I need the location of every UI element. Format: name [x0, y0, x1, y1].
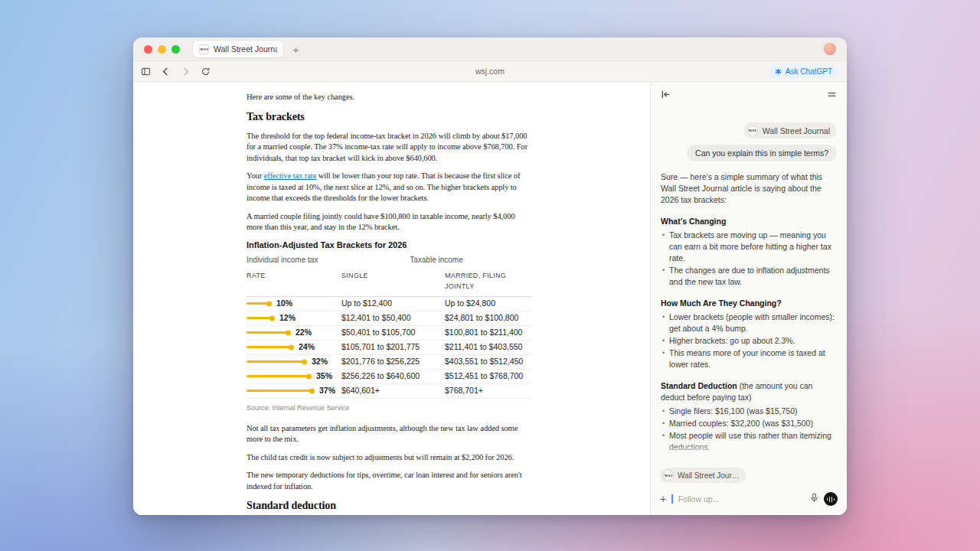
article-paragraph: The new temporary deductions for tips, o… — [247, 470, 531, 492]
browser-toolbar: wsj.com Ask ChatGPT — [133, 61, 847, 82]
table-row: 12% $12,401 to $50,400 $24,801 to $100,8… — [247, 311, 531, 326]
rate-bar — [247, 360, 305, 363]
profile-avatar[interactable] — [824, 43, 836, 55]
column-header-rate: RATE — [247, 270, 341, 292]
bullet-item: Married couples: $32,200 (was $31,500) — [661, 418, 837, 429]
assistant-intro: Sure — here’s a simple summary of what t… — [661, 171, 837, 206]
desktop-background: WSJ Wall Street Journal + — [0, 0, 980, 551]
article-heading-tax-brackets: Tax brackets — [247, 110, 531, 123]
chatgpt-logo-icon — [775, 68, 782, 75]
followup-input[interactable] — [678, 494, 805, 504]
married-range: $768,701+ — [445, 385, 531, 396]
rate-bar — [247, 390, 312, 392]
article-paragraph: A married couple filing jointly could ha… — [247, 211, 531, 233]
single-range: $201,776 to $256,225 — [341, 356, 445, 367]
bullet-item: The changes are due to inflation adjustm… — [661, 265, 837, 288]
column-header-single: SINGLE — [341, 270, 445, 292]
single-range: $105,701 to $201,775 — [341, 341, 445, 353]
forward-button-icon[interactable] — [181, 67, 191, 77]
chart-subtitle-row: Individual income tax Taxable income — [247, 255, 531, 265]
rate-bar — [247, 346, 292, 348]
title-bar: WSJ Wall Street Journal + — [133, 37, 847, 61]
chart-subtitle-right: Taxable income — [341, 255, 531, 266]
section-heading: How Much Are They Changing? — [661, 298, 837, 309]
article-paragraph: Not all tax parameters get inflation adj… — [247, 423, 531, 445]
effective-tax-rate-link[interactable]: effective tax rate — [264, 171, 317, 180]
married-range: $24,801 to $100,800 — [445, 312, 531, 324]
rate-label: 35% — [316, 370, 332, 382]
voice-mode-button[interactable] — [824, 492, 838, 506]
table-row: 32% $201,776 to $256,225 $403,551 to $51… — [247, 355, 531, 370]
table-row: 35% $256,226 to $640,600 $512,451 to $76… — [247, 370, 531, 384]
single-range: $256,226 to $640,600 — [341, 370, 445, 382]
rate-bar — [247, 317, 273, 319]
browser-window: WSJ Wall Street Journal + — [133, 37, 847, 515]
minimize-button[interactable] — [158, 45, 166, 54]
reload-button-icon[interactable] — [201, 67, 211, 77]
zoom-button[interactable] — [172, 45, 180, 54]
rate-bar — [247, 375, 309, 377]
article-paragraph: The child tax credit is now subject to a… — [247, 452, 531, 464]
bullet-item: Most people will use this rather than it… — [661, 430, 837, 453]
column-header-married: MARRIED, FILING JOINTLY — [445, 270, 531, 292]
ask-chatgpt-button[interactable]: Ask ChatGPT — [768, 64, 839, 78]
rate-label: 24% — [299, 341, 315, 353]
rate-bar — [247, 302, 270, 305]
table-row: 37% $640,601+ $768,701+ — [247, 384, 531, 399]
married-range: $512,451 to $768,700 — [445, 370, 531, 382]
table-row: 10% Up to $12,400 Up to $24,800 — [247, 297, 531, 311]
rate-bar — [247, 331, 289, 334]
window-controls — [144, 45, 180, 54]
assistant-section: Standard Deduction (the amount you can d… — [661, 380, 837, 453]
chart-subtitle-left: Individual income tax — [247, 256, 318, 264]
add-attachment-button[interactable]: + — [660, 494, 666, 504]
married-range: Up to $24,800 — [445, 298, 531, 309]
back-button-icon[interactable] — [161, 67, 171, 77]
context-chip[interactable]: WSJ Wall Street Journal — [743, 122, 837, 139]
tax-brackets-chart: Inflation-Adjusted Tax Brackets for 2026… — [247, 240, 531, 412]
chart-source: Source: Internal Revenue Service — [247, 404, 531, 412]
married-range: $403,551 to $512,450 — [445, 356, 531, 367]
chat-options-icon[interactable] — [827, 89, 837, 103]
collapse-sidebar-icon[interactable] — [661, 89, 671, 103]
married-range: $100,801 to $211,400 — [445, 327, 531, 338]
rate-label: 12% — [279, 312, 296, 324]
assistant-message: Sure — here’s a simple summary of what t… — [661, 171, 837, 463]
single-range: Up to $12,400 — [341, 298, 445, 309]
bullet-item: Higher brackets: go up about 2.3%. — [661, 335, 837, 347]
article-pane: Here are some of the key changes. Tax br… — [133, 82, 650, 515]
article-paragraph: Here are some of the key changes. — [247, 92, 531, 103]
window-content: Here are some of the key changes. Tax br… — [133, 82, 847, 515]
wsj-badge-icon: WSJ — [747, 126, 758, 136]
address-bar[interactable]: wsj.com — [475, 67, 505, 76]
single-range: $12,401 to $50,400 — [341, 312, 445, 324]
rate-label: 22% — [296, 327, 312, 338]
tab-wall-street-journal[interactable]: WSJ Wall Street Journal — [193, 41, 283, 57]
wsj-favicon-icon: WSJ — [199, 44, 209, 54]
chart-title: Inflation-Adjusted Tax Brackets for 2026 — [247, 240, 531, 250]
close-button[interactable] — [144, 45, 152, 54]
bullet-item: Single filers: $16,100 (was $15,750) — [661, 406, 837, 417]
rate-label: 10% — [276, 298, 292, 309]
single-range: $50,401 to $105,700 — [341, 327, 445, 338]
microphone-icon[interactable] — [810, 492, 818, 506]
table-header: RATE SINGLE MARRIED, FILING JOINTLY — [247, 270, 531, 297]
bullet-item: Lower brackets (people with smaller inco… — [661, 311, 837, 334]
table-row: 24% $105,701 to $201,775 $211,401 to $40… — [247, 341, 531, 355]
new-tab-button[interactable]: + — [292, 44, 299, 55]
chatgpt-sidebar: WSJ Wall Street Journal Can you explain … — [650, 82, 847, 515]
section-heading: What’s Changing — [661, 216, 837, 227]
chat-messages: WSJ Wall Street Journal Can you explain … — [651, 109, 847, 463]
composer-context-chip[interactable]: WSJ Wall Street Journal — [660, 468, 746, 483]
sidebar-toggle-icon[interactable] — [141, 67, 151, 77]
rate-label: 37% — [319, 385, 335, 396]
rate-label: 32% — [312, 356, 328, 367]
article-paragraph: The threshold for the top federal income… — [247, 131, 531, 165]
article-paragraph: Your effective tax rate will be lower th… — [247, 171, 531, 204]
bullet-item: Tax brackets are moving up — meaning you… — [661, 230, 837, 264]
table-row: 22% $50,401 to $105,700 $100,801 to $211… — [247, 326, 531, 341]
assistant-section: How Much Are They Changing? Lower bracke… — [661, 298, 837, 370]
single-range: $640,601+ — [341, 385, 445, 396]
article-heading-standard-deduction: Standard deduction — [247, 499, 531, 512]
married-range: $211,401 to $403,550 — [445, 341, 531, 353]
